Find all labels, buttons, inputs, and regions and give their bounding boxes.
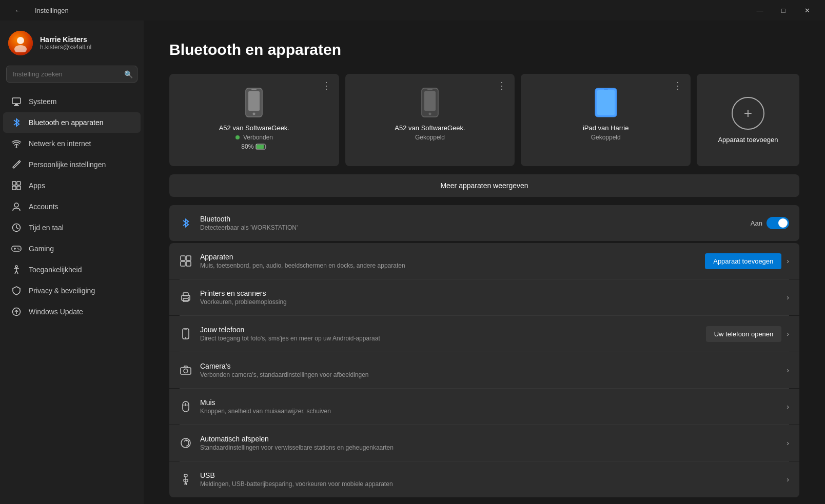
user-profile[interactable]: Harrie Kisters h.kisters@xs4all.nl [0, 21, 144, 66]
svg-rect-40 [186, 261, 191, 266]
device-menu-btn-0[interactable]: ⋮ [319, 79, 334, 92]
bluetooth-title: Bluetooth [200, 215, 742, 223]
status-dot-0 [235, 135, 240, 139]
device-status-0: Verbonden [235, 134, 273, 141]
close-button[interactable]: ✕ [795, 3, 819, 18]
device-name-2: iPad van Harrie [583, 124, 629, 132]
telefoon-right: Uw telefoon openen › [706, 326, 789, 342]
sidebar-label-apps: Apps [29, 182, 45, 190]
add-device-card[interactable]: + Apparaat toevoegen [697, 74, 799, 166]
svg-rect-12 [12, 246, 21, 251]
settings-group: Apparaten Muis, toetsenbord, pen, audio,… [169, 243, 799, 497]
sidebar-item-bluetooth[interactable]: Bluetooth en apparaten [3, 112, 141, 133]
windows-update-icon [11, 307, 22, 317]
svg-rect-2 [12, 98, 21, 104]
autoplay-right: › [787, 439, 789, 447]
sidebar-item-tijd[interactable]: Tijd en taal [3, 217, 141, 238]
minimize-button[interactable]: — [748, 3, 772, 18]
maximize-button[interactable]: □ [772, 3, 795, 18]
svg-rect-54 [184, 474, 187, 477]
bluetooth-row-right: Aan [751, 217, 789, 229]
sidebar-item-accounts[interactable]: Accounts [3, 196, 141, 217]
telefoon-open-btn[interactable]: Uw telefoon openen [706, 326, 782, 342]
settings-row-cameras[interactable]: Camera's Verbonden camera's, standaardin… [169, 352, 799, 388]
systeem-icon [11, 96, 22, 107]
bluetooth-toggle[interactable] [767, 217, 789, 229]
telefoon-icon [180, 328, 192, 340]
sidebar-item-gaming[interactable]: Gaming [3, 238, 141, 259]
sidebar-item-apps[interactable]: Apps [3, 175, 141, 196]
printers-icon [180, 291, 192, 304]
sidebar-nav: Systeem Bluetooth en apparaten Netwerk e… [0, 91, 144, 322]
device-menu-btn-2[interactable]: ⋮ [670, 79, 685, 92]
settings-row-telefoon[interactable]: Jouw telefoon Direct toegang tot foto's,… [169, 316, 799, 352]
svg-rect-8 [12, 186, 16, 190]
usb-right: › [787, 475, 789, 483]
settings-row-printers[interactable]: Printers en scanners Voorkeuren, problee… [169, 279, 799, 315]
device-status-label-0: Verbonden [243, 134, 273, 141]
device-menu-btn-1[interactable]: ⋮ [494, 79, 509, 92]
autoplay-title: Automatisch afspelen [200, 435, 778, 443]
printers-right: › [787, 293, 789, 301]
muis-subtitle: Knoppen, snelheid van muisaanwijzer, sch… [200, 408, 778, 415]
titlebar-title: Instellingen [35, 7, 69, 14]
svg-rect-37 [181, 256, 185, 260]
telefoon-subtitle: Direct toegang tot foto's, sms'jes en me… [200, 335, 698, 342]
svg-line-20 [15, 271, 16, 274]
sidebar-item-systeem[interactable]: Systeem [3, 91, 141, 112]
device-status-label-1: Gekoppeld [415, 134, 445, 141]
svg-point-47 [185, 337, 186, 338]
svg-rect-38 [186, 256, 191, 260]
tijd-icon [11, 223, 22, 233]
apparaten-text: Apparaten Muis, toetsenbord, pen, audio,… [200, 253, 697, 269]
sidebar-item-windows-update[interactable]: Windows Update [3, 301, 141, 322]
main-container: Harrie Kisters h.kisters@xs4all.nl 🔍 Sys… [0, 21, 825, 504]
sidebar-label-windows-update: Windows Update [29, 308, 83, 316]
settings-row-apparaten[interactable]: Apparaten Muis, toetsenbord, pen, audio,… [169, 243, 799, 279]
device-card-1[interactable]: ⋮ A52 van SoftwareGeek. Gekoppeld [345, 74, 515, 166]
apps-icon [11, 180, 22, 191]
muis-chevron: › [787, 402, 789, 411]
svg-rect-46 [184, 330, 187, 331]
avatar-icon [11, 34, 30, 52]
search-input[interactable] [7, 66, 137, 82]
apparaten-chevron: › [787, 257, 789, 265]
muis-text: Muis Knoppen, snelheid van muisaanwijzer… [200, 398, 778, 415]
back-button[interactable]: ← [6, 3, 30, 18]
settings-row-muis[interactable]: Muis Knoppen, snelheid van muisaanwijzer… [169, 389, 799, 425]
titlebar: ← Instellingen — □ ✕ [0, 0, 825, 21]
apparaten-add-btn[interactable]: Apparaat toevoegen [705, 253, 781, 269]
svg-rect-25 [251, 89, 257, 90]
telefoon-text: Jouw telefoon Direct toegang tot foto's,… [200, 326, 698, 342]
device-icon-2 [593, 87, 619, 118]
settings-row-autoplay[interactable]: Automatisch afspelen Standaardinstelling… [169, 425, 799, 461]
svg-point-17 [15, 266, 17, 268]
device-card-2[interactable]: ⋮ iPad van Harrie Gekoppeld [521, 74, 691, 166]
sidebar-item-privacy[interactable]: Privacy & beveiliging [3, 280, 141, 301]
settings-row-usb[interactable]: USB Meldingen, USB-batterijbesparing, vo… [169, 461, 799, 497]
sidebar-label-toegankelijkheid: Toegankelijkheid [29, 266, 82, 274]
bluetooth-row[interactable]: Bluetooth Detecteerbaar als 'WORKSTATION… [169, 205, 799, 241]
svg-rect-29 [265, 146, 266, 148]
printers-chevron: › [787, 293, 789, 301]
sidebar-item-toegankelijkheid[interactable]: Toegankelijkheid [3, 259, 141, 280]
telefoon-chevron: › [787, 330, 789, 338]
muis-right: › [787, 402, 789, 411]
svg-point-49 [184, 369, 188, 373]
svg-point-16 [18, 249, 19, 250]
avatar [8, 31, 33, 55]
more-devices-button[interactable]: Meer apparaten weergeven [169, 174, 799, 197]
usb-icon [180, 473, 192, 486]
autoplay-chevron: › [787, 439, 789, 447]
device-card-0[interactable]: ⋮ A52 van SoftwareGeek. Verbonden 80% [169, 74, 339, 166]
toggle-slider [767, 217, 789, 229]
search-icon-btn[interactable]: 🔍 [124, 70, 133, 78]
autoplay-text: Automatisch afspelen Standaardinstelling… [200, 435, 778, 451]
printers-title: Printers en scanners [200, 289, 778, 297]
sidebar-item-netwerk[interactable]: Netwerk en internet [3, 133, 141, 154]
sidebar-item-persoonlijk[interactable]: Persoonlijke instellingen [3, 154, 141, 175]
bluetooth-row-text: Bluetooth Detecteerbaar als 'WORKSTATION… [200, 215, 742, 231]
titlebar-controls: — □ ✕ [748, 3, 819, 18]
autoplay-subtitle: Standaardinstellingen voor verwisselbare… [200, 444, 778, 451]
apparaten-icon [180, 255, 192, 267]
